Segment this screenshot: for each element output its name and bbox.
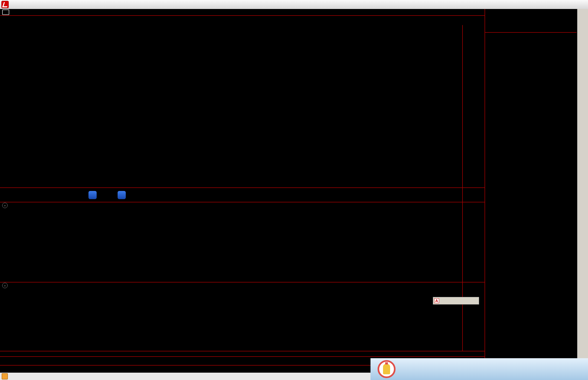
adhesion-rise-panel[interactable] [0, 282, 485, 351]
right-icon-strip [577, 9, 588, 380]
ime-mode-icon[interactable]: A [434, 298, 439, 303]
collapse-chevron-icon[interactable]: ⌄ [2, 203, 8, 208]
latent-bottom-panel[interactable] [0, 202, 485, 282]
menu-bar [0, 0, 588, 9]
chart-footer-band [0, 188, 485, 202]
ranking-shortcut-icon[interactable] [118, 191, 126, 199]
sub1-header: ⌄ [2, 203, 9, 208]
quote-panel [485, 9, 577, 380]
toolbar-right-buttons [372, 9, 484, 16]
tdx-terminal-window: ⌄ ⌄ A [0, 0, 588, 380]
main-chart-canvas[interactable] [0, 25, 485, 188]
window-layout-icon[interactable] [2, 10, 9, 15]
watermark-logo-icon [378, 360, 396, 378]
date-axis[interactable] [0, 351, 485, 356]
app-logo-icon [1, 1, 9, 8]
watermark-banner [370, 358, 588, 380]
finance-shortcut-icon[interactable] [88, 191, 97, 199]
ime-toolbar[interactable]: A [433, 297, 479, 305]
collapse-chevron-icon[interactable]: ⌄ [2, 283, 8, 288]
taskbar-icon[interactable] [2, 373, 8, 379]
chart-header [0, 16, 485, 25]
sub2-header: ⌄ [2, 283, 20, 288]
